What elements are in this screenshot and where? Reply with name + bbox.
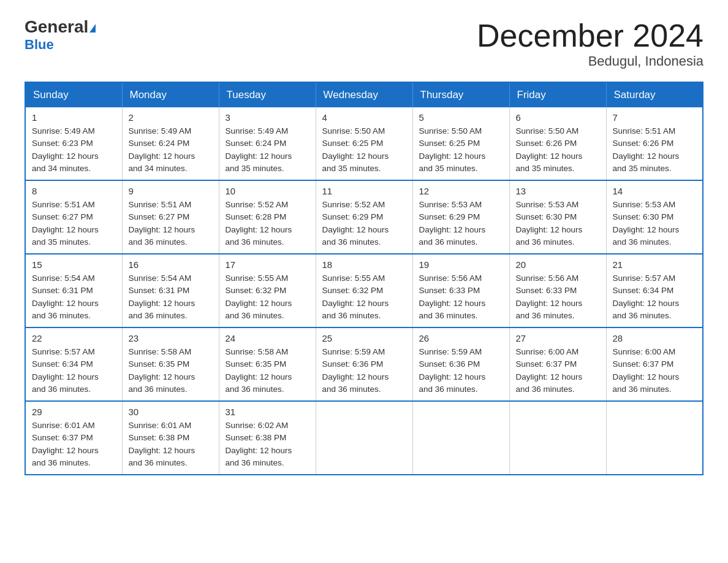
day-number: 25 bbox=[322, 333, 406, 343]
calendar-cell: 30 Sunrise: 6:01 AM Sunset: 6:38 PM Dayl… bbox=[122, 401, 219, 475]
day-number: 15 bbox=[32, 259, 116, 270]
calendar-cell: 12 Sunrise: 5:53 AM Sunset: 6:29 PM Dayl… bbox=[412, 180, 509, 254]
calendar-cell: 24 Sunrise: 5:58 AM Sunset: 6:35 PM Dayl… bbox=[219, 327, 316, 401]
day-info: Sunrise: 5:56 AM Sunset: 6:33 PM Dayligh… bbox=[516, 272, 600, 322]
calendar-cell: 9 Sunrise: 5:51 AM Sunset: 6:27 PM Dayli… bbox=[122, 180, 219, 254]
calendar-cell bbox=[509, 401, 606, 475]
day-info: Sunrise: 5:50 AM Sunset: 6:25 PM Dayligh… bbox=[322, 125, 406, 175]
calendar-cell: 10 Sunrise: 5:52 AM Sunset: 6:28 PM Dayl… bbox=[219, 180, 316, 254]
day-info: Sunrise: 5:53 AM Sunset: 6:30 PM Dayligh… bbox=[613, 199, 697, 248]
day-number: 29 bbox=[32, 407, 116, 417]
calendar-week-4: 22 Sunrise: 5:57 AM Sunset: 6:34 PM Dayl… bbox=[25, 327, 703, 401]
header-monday: Monday bbox=[122, 82, 219, 107]
day-info: Sunrise: 5:49 AM Sunset: 6:24 PM Dayligh… bbox=[129, 125, 213, 175]
day-info: Sunrise: 6:00 AM Sunset: 6:37 PM Dayligh… bbox=[516, 346, 600, 396]
day-info: Sunrise: 5:53 AM Sunset: 6:30 PM Dayligh… bbox=[516, 199, 600, 248]
calendar-title: December 2024 bbox=[477, 18, 703, 53]
calendar-cell: 17 Sunrise: 5:55 AM Sunset: 6:32 PM Dayl… bbox=[219, 254, 316, 327]
day-info: Sunrise: 5:57 AM Sunset: 6:34 PM Dayligh… bbox=[613, 272, 697, 322]
calendar-cell: 8 Sunrise: 5:51 AM Sunset: 6:27 PM Dayli… bbox=[25, 180, 122, 254]
day-info: Sunrise: 5:49 AM Sunset: 6:23 PM Dayligh… bbox=[32, 125, 116, 175]
day-info: Sunrise: 6:01 AM Sunset: 6:37 PM Dayligh… bbox=[32, 419, 116, 469]
day-info: Sunrise: 5:59 AM Sunset: 6:36 PM Dayligh… bbox=[419, 346, 503, 396]
day-number: 6 bbox=[516, 112, 600, 123]
calendar-cell: 29 Sunrise: 6:01 AM Sunset: 6:37 PM Dayl… bbox=[25, 401, 122, 475]
day-info: Sunrise: 5:52 AM Sunset: 6:28 PM Dayligh… bbox=[226, 199, 309, 248]
calendar-cell: 19 Sunrise: 5:56 AM Sunset: 6:33 PM Dayl… bbox=[412, 254, 509, 327]
logo-triangle-icon bbox=[89, 24, 96, 33]
day-number: 19 bbox=[419, 259, 503, 270]
day-number: 28 bbox=[613, 333, 697, 343]
calendar-cell bbox=[606, 401, 703, 475]
day-info: Sunrise: 5:50 AM Sunset: 6:26 PM Dayligh… bbox=[516, 125, 600, 175]
day-number: 23 bbox=[129, 333, 213, 343]
day-info: Sunrise: 5:55 AM Sunset: 6:32 PM Dayligh… bbox=[322, 272, 406, 322]
calendar-cell: 27 Sunrise: 6:00 AM Sunset: 6:37 PM Dayl… bbox=[509, 327, 606, 401]
day-number: 8 bbox=[32, 186, 116, 196]
day-info: Sunrise: 5:55 AM Sunset: 6:32 PM Dayligh… bbox=[226, 272, 309, 322]
day-info: Sunrise: 5:52 AM Sunset: 6:29 PM Dayligh… bbox=[322, 199, 406, 248]
calendar-cell: 21 Sunrise: 5:57 AM Sunset: 6:34 PM Dayl… bbox=[606, 254, 703, 327]
day-info: Sunrise: 5:54 AM Sunset: 6:31 PM Dayligh… bbox=[32, 272, 116, 322]
day-number: 5 bbox=[419, 112, 503, 123]
day-number: 14 bbox=[613, 186, 697, 196]
day-number: 12 bbox=[419, 186, 503, 196]
day-info: Sunrise: 5:49 AM Sunset: 6:24 PM Dayligh… bbox=[226, 125, 309, 175]
title-block: December 2024 Bedugul, Indonesia bbox=[477, 18, 703, 69]
calendar-header-row: SundayMondayTuesdayWednesdayThursdayFrid… bbox=[25, 82, 703, 107]
day-number: 13 bbox=[516, 186, 600, 196]
header-thursday: Thursday bbox=[412, 82, 509, 107]
calendar-cell: 23 Sunrise: 5:58 AM Sunset: 6:35 PM Dayl… bbox=[122, 327, 219, 401]
day-info: Sunrise: 5:58 AM Sunset: 6:35 PM Dayligh… bbox=[226, 346, 309, 396]
header-wednesday: Wednesday bbox=[316, 82, 412, 107]
day-number: 3 bbox=[226, 112, 309, 123]
header-sunday: Sunday bbox=[25, 82, 122, 107]
day-number: 27 bbox=[516, 333, 600, 343]
day-number: 16 bbox=[129, 259, 213, 270]
calendar-cell: 15 Sunrise: 5:54 AM Sunset: 6:31 PM Dayl… bbox=[25, 254, 122, 327]
day-number: 18 bbox=[322, 259, 406, 270]
calendar-cell: 13 Sunrise: 5:53 AM Sunset: 6:30 PM Dayl… bbox=[509, 180, 606, 254]
day-info: Sunrise: 5:50 AM Sunset: 6:25 PM Dayligh… bbox=[419, 125, 503, 175]
page-header: General Blue December 2024 Bedugul, Indo… bbox=[25, 18, 703, 69]
day-number: 30 bbox=[129, 407, 213, 417]
calendar-week-2: 8 Sunrise: 5:51 AM Sunset: 6:27 PM Dayli… bbox=[25, 180, 703, 254]
header-saturday: Saturday bbox=[606, 82, 703, 107]
day-info: Sunrise: 5:53 AM Sunset: 6:29 PM Dayligh… bbox=[419, 199, 503, 248]
day-number: 24 bbox=[226, 333, 309, 343]
day-number: 4 bbox=[322, 112, 406, 123]
calendar-cell: 28 Sunrise: 6:00 AM Sunset: 6:37 PM Dayl… bbox=[606, 327, 703, 401]
header-tuesday: Tuesday bbox=[219, 82, 316, 107]
day-info: Sunrise: 6:00 AM Sunset: 6:37 PM Dayligh… bbox=[613, 346, 697, 396]
logo-text: General bbox=[25, 18, 96, 36]
calendar-cell: 3 Sunrise: 5:49 AM Sunset: 6:24 PM Dayli… bbox=[219, 107, 316, 180]
calendar-cell: 11 Sunrise: 5:52 AM Sunset: 6:29 PM Dayl… bbox=[316, 180, 412, 254]
calendar-location: Bedugul, Indonesia bbox=[477, 53, 703, 69]
calendar-week-1: 1 Sunrise: 5:49 AM Sunset: 6:23 PM Dayli… bbox=[25, 107, 703, 180]
day-info: Sunrise: 5:57 AM Sunset: 6:34 PM Dayligh… bbox=[32, 346, 116, 396]
day-number: 22 bbox=[32, 333, 116, 343]
day-number: 11 bbox=[322, 186, 406, 196]
header-friday: Friday bbox=[509, 82, 606, 107]
day-number: 21 bbox=[613, 259, 697, 270]
calendar-cell: 4 Sunrise: 5:50 AM Sunset: 6:25 PM Dayli… bbox=[316, 107, 412, 180]
day-number: 10 bbox=[226, 186, 309, 196]
calendar-cell: 25 Sunrise: 5:59 AM Sunset: 6:36 PM Dayl… bbox=[316, 327, 412, 401]
calendar-cell: 16 Sunrise: 5:54 AM Sunset: 6:31 PM Dayl… bbox=[122, 254, 219, 327]
day-info: Sunrise: 6:01 AM Sunset: 6:38 PM Dayligh… bbox=[129, 419, 213, 469]
logo-subtitle: Blue bbox=[25, 37, 54, 53]
calendar-cell: 1 Sunrise: 5:49 AM Sunset: 6:23 PM Dayli… bbox=[25, 107, 122, 180]
calendar-table: SundayMondayTuesdayWednesdayThursdayFrid… bbox=[25, 82, 703, 475]
calendar-cell: 20 Sunrise: 5:56 AM Sunset: 6:33 PM Dayl… bbox=[509, 254, 606, 327]
calendar-cell: 26 Sunrise: 5:59 AM Sunset: 6:36 PM Dayl… bbox=[412, 327, 509, 401]
day-info: Sunrise: 5:51 AM Sunset: 6:26 PM Dayligh… bbox=[613, 125, 697, 175]
calendar-week-5: 29 Sunrise: 6:01 AM Sunset: 6:37 PM Dayl… bbox=[25, 401, 703, 475]
logo: General Blue bbox=[25, 18, 96, 53]
day-number: 2 bbox=[129, 112, 213, 123]
calendar-cell: 5 Sunrise: 5:50 AM Sunset: 6:25 PM Dayli… bbox=[412, 107, 509, 180]
calendar-cell bbox=[412, 401, 509, 475]
day-info: Sunrise: 5:56 AM Sunset: 6:33 PM Dayligh… bbox=[419, 272, 503, 322]
calendar-cell: 6 Sunrise: 5:50 AM Sunset: 6:26 PM Dayli… bbox=[509, 107, 606, 180]
calendar-cell: 22 Sunrise: 5:57 AM Sunset: 6:34 PM Dayl… bbox=[25, 327, 122, 401]
calendar-cell: 7 Sunrise: 5:51 AM Sunset: 6:26 PM Dayli… bbox=[606, 107, 703, 180]
